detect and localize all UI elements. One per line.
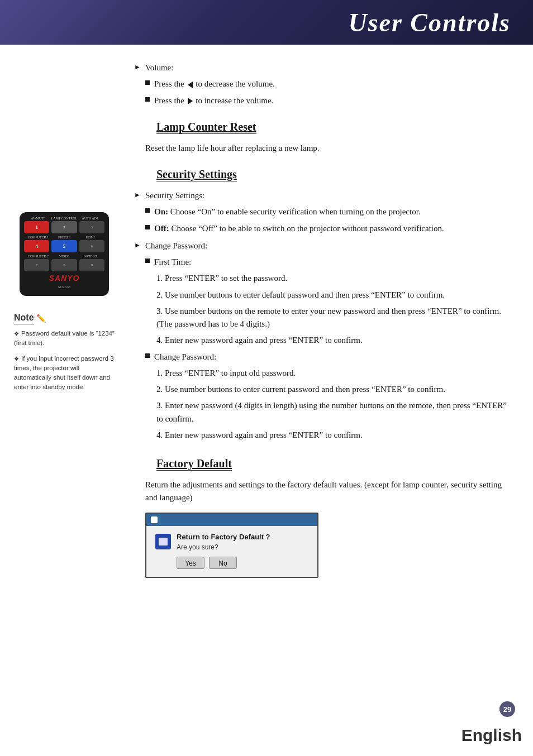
square-icon-decrease [145,80,150,85]
first-time-bullet: First Time: [145,256,511,269]
factory-default-description: Return the adjustments and settings to t… [145,479,511,505]
factory-default-heading: Factory Default [156,457,232,471]
increase-text: Press the to increase the volume. [154,94,273,107]
factory-dialog-title: Return to Factory Default ? [177,533,308,541]
remote-btn-1: 1 [24,221,49,233]
remote-row3: 7 8 9 [24,259,104,271]
note-box: Note ✏️ Password default value is “1234”… [14,313,115,398]
remote-row1-labels: COMPUTER 1 FREEZE HDMI [24,236,104,239]
sanyo-logo: SANYO [24,274,104,283]
step-1-first: 1. Press “ENTER” to set the password. [156,272,511,285]
step-1-change: 1. Press “ENTER” to input old password. [156,367,511,380]
change-password-bullet: ► Change Password: [134,240,511,252]
remote-btn-8: 8 [51,259,77,271]
triangle-icon-changepwd: ► [134,241,141,250]
security-heading-wrapper: Security Settings [145,160,511,186]
language-label: English [461,726,522,745]
sidebar: AV-MUTE LAMP CONTROL AUTO ADJ. 1 2 3 COM… [0,56,123,583]
lamp-counter-description: Reset the lamp life hour after replacing… [145,142,511,155]
remote-btn-4: 4 [24,240,49,252]
factory-yes-button[interactable]: Yes [177,557,204,569]
volume-label: Volume: [145,61,174,74]
square-icon-firsttime [145,259,150,263]
pencil-icon: ✏️ [36,314,46,323]
decrease-bullet: Press the to decrease the volume. [145,78,511,90]
change-pwd-sub-label: Change Password: [154,351,216,363]
factory-dialog-subtitle: Are you sure? [177,543,308,551]
factory-dialog-titlebar [146,514,317,526]
square-icon-off [145,225,150,229]
security-off-text: Off: Choose “Off” to be able to switch o… [154,222,444,235]
security-settings-bullet: ► Security Settings: [134,189,511,202]
arrow-left-icon [188,82,193,88]
remote-btn-7: 7 [24,259,49,271]
factory-no-button[interactable]: No [209,557,237,569]
remote-btn-3: 3 [79,221,104,233]
content-wrapper: AV-MUTE LAMP CONTROL AUTO ADJ. 1 2 3 COM… [0,45,533,606]
page-number: 29 [499,701,515,717]
lamp-counter-heading: Lamp Counter Reset [156,121,256,134]
square-icon-on [145,208,150,213]
note-item-1: Password default value is “1234” (first … [14,329,115,348]
factory-dialog-icon-inner [159,538,168,546]
security-heading: Security Settings [156,168,237,181]
first-time-label: First Time: [154,256,191,269]
change-password-label: Change Password: [145,240,207,252]
security-on-text: On: Choose “On” to enable security verif… [154,205,421,218]
factory-dialog-icon [155,534,171,549]
factory-dialog-body: Return to Factory Default ? Are you sure… [146,526,317,577]
page-title: User Controls [348,8,511,37]
remote-btn-2: 2 [51,221,77,233]
arrow-right-icon [188,98,193,104]
remote-btn-6: 6 [79,240,104,252]
remote-row1: 1 2 3 [24,221,104,233]
note-title-row: Note ✏️ [14,313,115,324]
step-2-first: 2. Use number buttons to enter default p… [156,289,511,302]
remote-model: MXAM [24,285,104,289]
square-icon-changepwd [145,353,150,358]
step-4-change: 4. Enter new password again and press “E… [156,429,511,442]
remote-row2: 4 5 6 [24,240,104,252]
note-item-2: If you input incorrect password 3 times,… [14,354,115,393]
step-2-change: 2. Use number buttons to enter current p… [156,383,511,396]
security-off-bullet: Off: Choose “Off” to be able to switch o… [145,222,511,235]
remote-row2-labels: COMPUTER 2 VIDEO S-VIDEO [24,255,104,258]
step-4-first: 4. Enter new password again and press “E… [156,334,511,347]
decrease-text: Press the to decrease the volume. [154,78,275,90]
main-content: ► Volume: Press the to decrease the volu… [123,56,533,583]
volume-bullet: ► Volume: [134,61,511,74]
factory-dialog-buttons: Yes No [177,557,308,569]
step-3-change: 3. Enter new password (4 digits in lengt… [156,399,511,425]
security-on-bullet: On: Choose “On” to enable security verif… [145,205,511,218]
triangle-icon-security: ► [134,191,141,199]
step-3-first: 3. Use number buttons on the remote to e… [156,305,511,331]
remote-control-image: AV-MUTE LAMP CONTROL AUTO ADJ. 1 2 3 COM… [20,212,109,296]
lamp-counter-heading-wrapper: Lamp Counter Reset [145,113,511,138]
triangle-icon-volume: ► [134,63,141,71]
remote-btn-9: 9 [79,259,104,271]
remote-btn-5: 5 [51,240,77,252]
change-pwd-sub-bullet: Change Password: [145,351,511,363]
square-icon-increase [145,97,150,102]
increase-bullet: Press the to increase the volume. [145,94,511,107]
factory-default-heading-wrapper: Factory Default [145,449,511,475]
factory-dialog-text-block: Return to Factory Default ? Are you sure… [177,533,308,569]
note-title-text: Note [14,313,34,324]
remote-labels: AV-MUTE LAMP CONTROL AUTO ADJ. [24,217,104,220]
dialog-titlebar-icon [151,516,158,523]
header: User Controls [0,0,533,45]
factory-default-dialog: Return to Factory Default ? Are you sure… [145,513,318,578]
security-label: Security Settings: [145,189,204,202]
